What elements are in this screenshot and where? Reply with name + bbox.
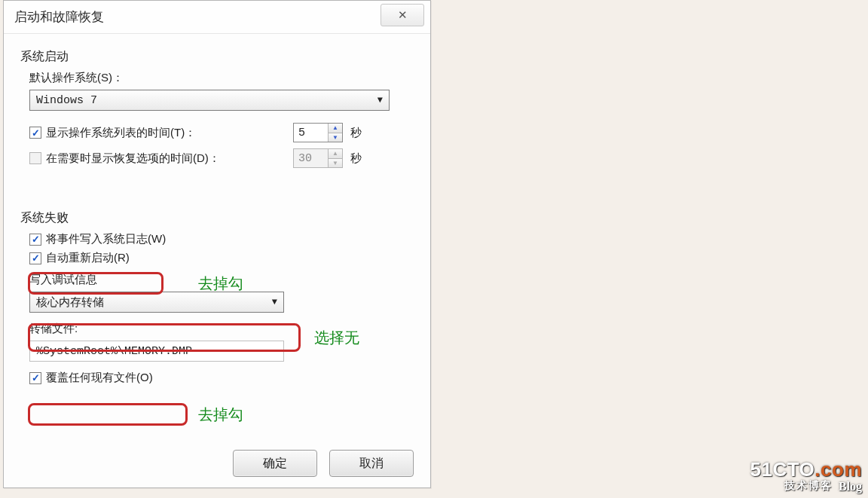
spinner-up-icon[interactable]: ▲: [329, 124, 342, 133]
dialog-button-row: 确定 取消: [233, 450, 414, 477]
close-button[interactable]: ✕: [381, 4, 424, 26]
watermark-sub-en: Blog: [839, 480, 862, 493]
dialog-title: 启动和故障恢复: [14, 8, 104, 26]
seconds-unit: 秒: [350, 126, 362, 140]
system-startup-heading: 系统启动: [20, 49, 414, 65]
dump-file-input[interactable]: %SystemRoot%\MEMORY.DMP: [29, 341, 284, 362]
overwrite-existing-checkbox[interactable]: [29, 372, 41, 384]
show-os-list-seconds-spinner[interactable]: 5 ▲ ▼: [293, 123, 343, 142]
startup-and-recovery-dialog: 启动和故障恢复 ✕ 系统启动 默认操作系统(S)： Windows 7 ▼ 显示…: [3, 0, 431, 488]
write-event-log-checkbox[interactable]: [29, 234, 41, 246]
ok-button[interactable]: 确定: [233, 450, 317, 477]
show-recovery-seconds-spinner: 30 ▲ ▼: [293, 148, 343, 168]
chevron-down-icon: ▼: [272, 297, 277, 307]
debug-info-heading: 写入调试信息: [29, 273, 414, 287]
watermark-sub-cn: 技术博客: [784, 480, 833, 493]
dump-file-value: %SystemRoot%\MEMORY.DMP: [36, 345, 192, 358]
spinner-down-icon[interactable]: ▼: [329, 133, 342, 142]
show-recovery-label: 在需要时显示恢复选项的时间(D)：: [46, 151, 293, 166]
show-os-list-checkbox[interactable]: [29, 127, 41, 139]
watermark-domain: .com: [815, 458, 862, 481]
spinner-down-icon: ▼: [329, 159, 342, 168]
system-failure-heading: 系统失败: [20, 210, 414, 226]
annotation-box-overwrite: [28, 403, 188, 426]
show-os-list-label: 显示操作系统列表的时间(T)：: [46, 126, 293, 140]
spinner-up-icon: ▲: [329, 149, 342, 159]
dialog-titlebar: 启动和故障恢复 ✕: [4, 1, 430, 34]
show-os-list-seconds-value: 5: [294, 124, 328, 142]
default-os-value: Windows 7: [36, 94, 97, 107]
show-recovery-seconds-value: 30: [294, 149, 328, 167]
default-os-dropdown[interactable]: Windows 7 ▼: [29, 90, 390, 111]
write-event-log-label: 将事件写入系统日志(W): [46, 232, 166, 246]
default-os-label: 默认操作系统(S)：: [29, 71, 414, 85]
annotation-text-uncheck2: 去掉勾: [198, 405, 243, 425]
show-recovery-checkbox[interactable]: [29, 152, 41, 164]
watermark-brand: 51CTO: [750, 458, 815, 481]
overwrite-existing-label: 覆盖任何现有文件(O): [46, 371, 153, 385]
watermark: 51CTO.com 技术博客 Blog: [750, 459, 862, 493]
cancel-button[interactable]: 取消: [329, 450, 414, 477]
dump-type-value: 核心内存转储: [36, 295, 104, 310]
auto-restart-label: 自动重新启动(R): [46, 251, 130, 265]
dump-type-dropdown[interactable]: 核心内存转储 ▼: [29, 292, 284, 313]
auto-restart-checkbox[interactable]: [29, 252, 41, 264]
dump-file-label: 转储文件:: [29, 322, 414, 336]
chevron-down-icon: ▼: [377, 95, 383, 105]
close-icon: ✕: [398, 8, 408, 22]
seconds-unit: 秒: [350, 151, 362, 166]
